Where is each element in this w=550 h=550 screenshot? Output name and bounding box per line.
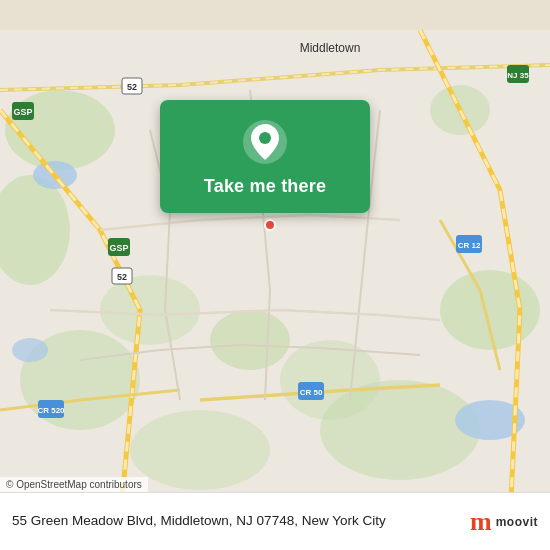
svg-point-6 <box>130 410 270 490</box>
bottom-bar: 55 Green Meadow Blvd, Middletown, NJ 077… <box>0 492 550 550</box>
svg-text:CR 12: CR 12 <box>458 241 481 250</box>
map-container: GSP GSP 52 52 NJ 35 CR 50 CR 12 CR 520 M… <box>0 0 550 550</box>
take-me-there-button[interactable]: Take me there <box>204 176 326 197</box>
copyright-text: © OpenStreetMap contributors <box>6 479 142 490</box>
svg-text:GSP: GSP <box>109 243 128 253</box>
svg-point-9 <box>100 275 200 345</box>
svg-text:52: 52 <box>127 82 137 92</box>
address-text: 55 Green Meadow Blvd, Middletown, NJ 077… <box>12 512 460 531</box>
svg-point-33 <box>259 132 271 144</box>
moovit-logo: m moovit <box>470 509 538 535</box>
location-card: Take me there <box>160 100 370 213</box>
svg-text:52: 52 <box>117 272 127 282</box>
svg-point-3 <box>440 270 540 350</box>
copyright-bar: © OpenStreetMap contributors <box>0 477 148 492</box>
moovit-brand-text: moovit <box>496 515 538 529</box>
svg-text:GSP: GSP <box>13 107 32 117</box>
pin-icon <box>241 118 289 166</box>
map-roads-svg: GSP GSP 52 52 NJ 35 CR 50 CR 12 CR 520 M… <box>0 0 550 550</box>
svg-text:CR 50: CR 50 <box>300 388 323 397</box>
svg-text:Middletown: Middletown <box>300 41 361 55</box>
moovit-m-icon: m <box>470 509 492 535</box>
svg-point-31 <box>265 220 275 230</box>
svg-text:NJ 35: NJ 35 <box>507 71 529 80</box>
svg-text:CR 520: CR 520 <box>37 406 65 415</box>
svg-point-13 <box>12 338 48 362</box>
svg-point-10 <box>210 310 290 370</box>
